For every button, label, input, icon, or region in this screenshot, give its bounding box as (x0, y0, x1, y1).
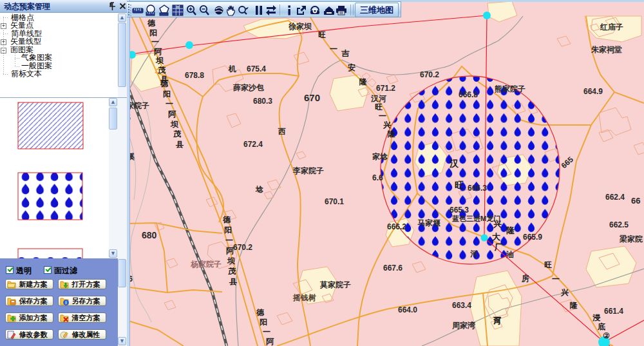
svg-text:朱家祠堂: 朱家祠堂 (591, 45, 622, 54)
svg-text:663.4: 663.4 (452, 301, 471, 310)
svg-text:678.8: 678.8 (185, 71, 204, 80)
svg-text:664.0: 664.0 (398, 305, 417, 314)
svg-text:672.4: 672.4 (243, 140, 263, 149)
svg-text:665.3: 665.3 (450, 206, 469, 215)
svg-text:莫家院子: 莫家院子 (319, 280, 351, 289)
svg-text:664.9: 664.9 (583, 87, 603, 96)
svg-text:薛家沙包: 薛家沙包 (232, 83, 264, 92)
svg-text:666.8: 666.8 (459, 90, 478, 99)
svg-text:6.6: 6.6 (372, 173, 383, 182)
svg-text:徐家坝: 徐家坝 (288, 22, 312, 31)
svg-text:马家堰: 马家堰 (417, 218, 440, 227)
svg-text:旺: 旺 (455, 180, 464, 190)
svg-text:厂: 厂 (494, 242, 503, 252)
svg-text:杨家院子: 杨家院子 (190, 260, 222, 269)
svg-text:666.2: 666.2 (387, 222, 406, 231)
svg-text:房: 房 (521, 274, 529, 283)
svg-text:油: 油 (506, 250, 514, 259)
svg-text:周家湾: 周家湾 (451, 321, 476, 330)
svg-text:李家院子: 李家院子 (292, 166, 324, 175)
svg-text:梁家院: 梁家院 (619, 235, 643, 244)
svg-text:675.4: 675.4 (247, 64, 266, 73)
svg-text:大: 大 (492, 232, 501, 242)
svg-text:662.5: 662.5 (609, 220, 629, 229)
svg-text:埝: 埝 (255, 185, 263, 194)
svg-text:隆: 隆 (506, 226, 515, 235)
svg-text:661.4: 661.4 (604, 307, 623, 316)
svg-text:66: 66 (631, 196, 640, 206)
svg-text:670: 670 (304, 92, 320, 103)
svg-text:汉河: 汉河 (370, 94, 386, 103)
svg-text:汉: 汉 (449, 158, 459, 168)
svg-text:西: 西 (278, 127, 286, 136)
svg-text:熊家院子: 熊家院子 (495, 84, 526, 93)
svg-text:665.9: 665.9 (523, 233, 542, 242)
svg-text:家埝: 家埝 (372, 152, 388, 161)
svg-text:i: i (66, 300, 67, 305)
svg-text:670.2: 670.2 (420, 70, 439, 79)
svg-text:667.6: 667.6 (383, 264, 402, 273)
svg-text:红庙子: 红庙子 (600, 23, 623, 32)
svg-text:摇钱树: 摇钱树 (292, 293, 316, 302)
svg-text:670.2: 670.2 (233, 243, 252, 252)
svg-text:河: 河 (470, 249, 478, 258)
svg-text:671.2: 671.2 (376, 84, 395, 93)
svg-text:670.1: 670.1 (325, 197, 344, 206)
svg-text:666.3: 666.3 (468, 184, 487, 193)
svg-text:机: 机 (228, 64, 236, 73)
svg-text:兴: 兴 (493, 219, 502, 229)
svg-text:662.4: 662.4 (605, 193, 625, 202)
svg-text:680: 680 (142, 230, 157, 240)
svg-text:680.3: 680.3 (253, 97, 272, 106)
